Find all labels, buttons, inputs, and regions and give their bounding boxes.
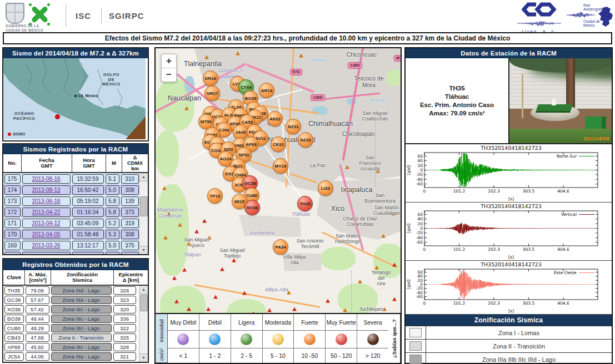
station-marker-AE02[interactable]: AE02 <box>267 111 283 127</box>
scroll-down-button[interactable]: ▼ <box>139 353 148 362</box>
quake-cell: 2013-04-05 <box>21 230 71 239</box>
quakes-scrollbar[interactable]: ▲▼ <box>139 173 148 254</box>
quake-cell: 5.8 <box>104 196 120 206</box>
quakes-table-body: 1752013-08-1615:32:595.13101742013-08-13… <box>3 173 148 254</box>
quakes-col-header: Fecha GMT <box>22 154 72 172</box>
isc-label: ISC <box>76 11 91 21</box>
scroll-thumb[interactable] <box>140 295 148 311</box>
sgirpc-label: SGIRPC <box>109 11 144 21</box>
green-area <box>156 184 189 276</box>
quake-date-link[interactable]: 2013-04-12 <box>22 219 71 228</box>
seismogram-plot: TH3520140418142723-60-40-2002040600101.2… <box>406 261 611 314</box>
record-station-cell[interactable]: XO36 <box>3 305 24 314</box>
scroll-up-button[interactable]: ▲ <box>139 286 148 294</box>
intensity-range: 50 - 120 <box>326 348 357 363</box>
quake-date-link[interactable]: 2013-06-16 <box>22 196 71 206</box>
record-row[interactable]: AP6845.92Zona IIIc - Lago328 <box>3 342 139 352</box>
seismogram-plot: TH3520140418142723-60-40-2002040600101.2… <box>406 144 611 202</box>
quake-date-link[interactable]: 2013-04-22 <box>32 209 60 215</box>
peak-icon <box>182 268 187 272</box>
peak-icon <box>232 259 236 262</box>
station-marker-LI33[interactable]: LI33 <box>318 180 333 196</box>
quake-cell: 2013-08-13 <box>21 185 71 195</box>
quake-date-link[interactable]: 2013-08-13 <box>22 185 71 195</box>
place-label: San Miguel Ajusco <box>184 237 209 248</box>
record-row[interactable]: GC3857.67Zona IIIa - Lago323 <box>3 295 139 305</box>
station-marker-MY19[interactable]: MY19 <box>273 158 288 174</box>
record-row[interactable]: TH3579.09Zona IIId - Lago328 <box>3 286 139 295</box>
quake-date-link[interactable]: 2013-03-26 <box>32 242 60 249</box>
station-marker-CE32[interactable]: CE32 <box>271 136 286 152</box>
quake-date-link[interactable]: 2013-02-28 <box>32 254 60 255</box>
city-map[interactable]: TlalnepantlaNaucalpanGustavo A. MaderoCh… <box>156 48 401 313</box>
record-station-cell[interactable]: CU80 <box>3 324 24 332</box>
scroll-down-button[interactable]: ▼ <box>139 246 148 254</box>
quake-date-link[interactable]: 2013-04-22 <box>22 208 71 217</box>
intensity-label: Muy Fuerte <box>326 314 357 331</box>
svg-text:[gal]: [gal] <box>406 224 411 233</box>
station-marker-NZ31[interactable]: NZ31 <box>286 119 301 134</box>
record-row[interactable]: XO3657.42Zona IIIc - Lago320 <box>3 305 139 314</box>
cdmx-government-logo: GOBIERNO DE LACIUDAD DE MÉXICO <box>6 3 57 29</box>
intensity-level: Muy Débil< 1 <box>168 314 199 363</box>
record-row[interactable]: JC5444.05Zona IIIa - Lago321 <box>3 352 139 361</box>
svg-text:404.6: 404.6 <box>557 247 569 252</box>
quake-date-link[interactable]: 2013-08-16 <box>32 176 60 182</box>
photo-green-box <box>585 117 606 129</box>
intensity-ball-icon <box>304 333 316 345</box>
record-station-cell[interactable]: AP68 <box>3 343 24 351</box>
scroll-thumb[interactable] <box>140 196 148 216</box>
record-row[interactable]: BO3948.44Zona IIIc - Lago336 <box>3 314 139 323</box>
record-station-cell[interactable]: GC38 <box>3 296 24 304</box>
quake-date-link[interactable]: 2013-08-13 <box>32 187 60 193</box>
quake-date-link[interactable]: 2013-08-16 <box>22 174 71 184</box>
quake-date-link[interactable]: 2013-02-28 <box>22 252 71 255</box>
intensity-level: Ligera2 - 5 <box>231 314 263 363</box>
quake-date-link[interactable]: 2013-04-05 <box>32 231 60 237</box>
station-marker-TH35[interactable]: TH35 <box>297 196 313 211</box>
mexico-map: GOLFO DE MÉXICO OCÉANO PACÍFICO Cd. Méxi… <box>3 58 146 139</box>
place-label: San Miguel Topilejo <box>219 247 244 259</box>
scroll-up-button[interactable]: ▲ <box>139 173 148 181</box>
place-label: Texcoco <box>369 98 388 103</box>
records-scrollbar[interactable]: ▲▼ <box>139 286 148 362</box>
quake-date-link[interactable]: 2013-06-16 <box>32 198 60 204</box>
svg-text:202.3: 202.3 <box>488 189 500 194</box>
map-panel: TlalnepantlaNaucalpanGustavo A. MaderoCh… <box>154 47 402 364</box>
record-station-cell[interactable]: TH35 <box>3 286 24 295</box>
station-marker-XO36[interactable]: XO36 <box>244 200 260 215</box>
station-marker-GR27[interactable]: GR27 <box>204 85 220 101</box>
record-value: 47.69 <box>26 333 49 342</box>
quake-date-link[interactable]: 2013-04-12 <box>32 220 60 226</box>
station-marker-PA34[interactable]: PA34 <box>273 239 288 255</box>
quake-date-link[interactable]: 2013-04-05 <box>22 230 71 239</box>
quake-cell: 319 <box>120 219 139 228</box>
intensity-ball-icon <box>241 333 252 345</box>
quake-cell: 16:50:42 <box>71 185 104 195</box>
intensity-label: Moderada <box>263 314 294 331</box>
quake-value: 15:32:59 <box>72 174 104 184</box>
station-marker-AR14[interactable]: AR14 <box>259 83 274 98</box>
record-value: 322 <box>113 324 136 332</box>
svg-text:60: 60 <box>417 212 423 217</box>
record-cell: 44.05 <box>24 352 50 361</box>
record-station-cell[interactable]: JC54 <box>3 352 24 361</box>
record-station-cell[interactable]: CB43 <box>3 333 24 342</box>
station-marker-TP13[interactable]: TP13 <box>207 188 223 204</box>
quake-date-link[interactable]: 2013-03-26 <box>22 241 71 250</box>
record-cell: Zona IIIc - Lago <box>50 315 112 323</box>
record-station-cell[interactable]: BO39 <box>3 315 24 323</box>
sabias-que-link[interactable]: ¿Sabías que...? <box>388 314 401 363</box>
records-table-header: ClaveA. Máx. [cm/s²]Zonificación Sísmica… <box>3 270 148 286</box>
station-marker-NZ20[interactable]: NZ20 <box>298 132 313 148</box>
record-value: 79.09 <box>26 286 49 295</box>
peak-icon <box>381 234 386 238</box>
record-row[interactable]: CB4347.69Zona II - Transición325 <box>3 333 139 342</box>
zoom-in-button[interactable]: + <box>162 54 176 68</box>
quake-value: 174 <box>4 185 21 195</box>
record-value: 320 <box>113 305 136 314</box>
station-marker-DR16[interactable]: DR16 <box>203 70 218 86</box>
records-col-header: Epicentro Δ [km] <box>114 270 148 285</box>
record-row[interactable]: CU8048.29Zona IIIc - Lago322 <box>3 323 139 333</box>
zoom-out-button[interactable]: − <box>162 68 176 82</box>
